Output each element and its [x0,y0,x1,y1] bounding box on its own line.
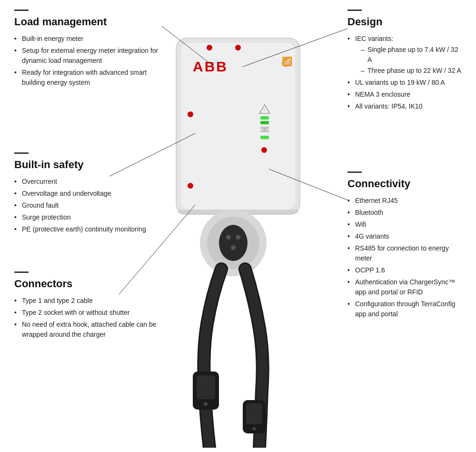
svg-point-29 [253,427,256,431]
svg-rect-7 [260,116,269,120]
list-item: Overvoltage and undervoltage [14,189,162,199]
load-management-title: Load management [14,16,162,28]
svg-point-17 [188,183,193,189]
list-item: NEMA 3 enclosure [347,90,462,100]
svg-rect-11 [263,128,266,131]
list-item: Overcurrent [14,177,162,187]
list-item: Ready for integration with advanced smar… [14,68,162,88]
connectors-title: Connectors [14,278,162,290]
sub-list-item: Single phase up to 7.4 kW / 32 A [361,45,462,65]
list-item: Setup for external energy meter integrat… [14,46,162,66]
svg-point-5 [286,66,287,68]
list-item: UL variants up to 19 kW / 80 A [347,78,462,88]
section-rule [14,152,29,154]
list-item: 4G variants [347,231,462,241]
list-item: RS485 for connection to energy meter [347,243,462,263]
list-item: All variants: IP54, IK10 [347,101,462,111]
list-item: IEC variants: Single phase up to 7.4 kW … [347,34,462,76]
svg-rect-12 [260,136,269,139]
svg-rect-28 [246,403,262,424]
connectivity-section: Connectivity Ethernet RJ45 Bluetooth Wif… [347,171,462,321]
list-item: Ethernet RJ45 [347,196,462,206]
svg-point-26 [204,402,208,406]
svg-rect-8 [260,121,269,124]
section-rule [14,10,29,11]
svg-point-14 [235,45,241,50]
load-management-section: Load management Built-in energy meter Se… [14,10,162,90]
sub-list-item: Three phase up to 22 kW / 32 A [361,66,462,76]
section-rule [347,171,362,173]
svg-point-16 [261,147,267,153]
safety-title: Built-in safety [14,159,162,171]
svg-point-20 [219,225,248,261]
safety-list: Overcurrent Overvoltage and undervoltage… [14,177,162,234]
svg-point-22 [236,235,240,240]
list-item: PE (protective earth) continuity monitor… [14,224,162,234]
built-in-safety-section: Built-in safety Overcurrent Overvoltage … [14,152,162,236]
svg-point-21 [226,235,231,240]
svg-text:!: ! [264,108,265,112]
svg-point-23 [231,245,236,250]
charger-illustration: ABB 📶 ! [157,10,319,448]
svg-text:ABB: ABB [193,59,228,74]
design-title: Design [347,16,462,28]
section-rule [14,271,29,273]
list-item: Bluetooth [347,208,462,218]
load-management-list: Built-in energy meter Setup for external… [14,34,162,88]
svg-rect-25 [197,375,215,399]
list-item: Type 1 and type 2 cable [14,296,162,306]
connectivity-list: Ethernet RJ45 Bluetooth Wifi 4G variants… [347,196,462,319]
page: Load management Built-in energy meter Se… [0,0,476,452]
list-item: Wifi [347,220,462,230]
design-list: IEC variants: Single phase up to 7.4 kW … [347,34,462,111]
list-item: No need of extra hook, attached cable ca… [14,320,162,340]
design-sub-list: Single phase up to 7.4 kW / 32 A Three p… [355,45,462,76]
list-item: Ground fault [14,201,162,211]
list-item: Configuration through TerraConfig app an… [347,299,462,319]
list-item: Surge protection [14,212,162,222]
connectors-section: Connectors Type 1 and type 2 cable Type … [14,271,162,342]
section-rule [347,10,362,11]
list-item: Built-in energy meter [14,34,162,44]
connectivity-title: Connectivity [347,178,462,190]
list-item: OCPP 1.6 [347,265,462,275]
connectors-list: Type 1 and type 2 cable Type 2 socket wi… [14,296,162,340]
svg-point-15 [188,111,193,117]
svg-point-13 [207,45,212,50]
design-section: Design IEC variants: Single phase up to … [347,10,462,113]
list-item: Authentication via ChargerSync™ app and … [347,277,462,297]
list-item: Type 2 socket with or without shutter [14,308,162,318]
